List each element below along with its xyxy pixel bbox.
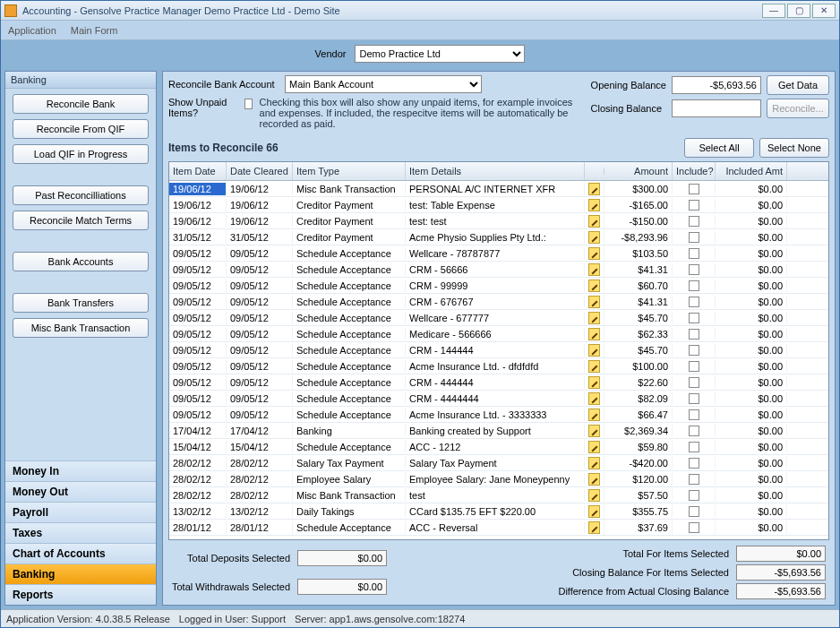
include-checkbox[interactable]	[689, 184, 699, 194]
nav-banking[interactable]: Banking	[5, 563, 156, 584]
close-button[interactable]: ✕	[812, 4, 836, 18]
col-included-amt[interactable]: Included Amt	[716, 162, 787, 180]
table-row[interactable]: 28/01/1228/01/12Schedule AcceptanceACC -…	[169, 520, 828, 536]
include-checkbox[interactable]	[689, 345, 699, 356]
edit-icon[interactable]	[588, 360, 600, 373]
table-row[interactable]: 28/02/1228/02/12Misc Bank Transactiontes…	[169, 487, 828, 503]
reconcile-button[interactable]: Reconcile...	[767, 99, 829, 118]
closing-balance-field[interactable]	[672, 99, 761, 117]
table-row[interactable]: 09/05/1209/05/12Schedule AcceptanceCRM -…	[169, 262, 828, 278]
nav-chart-of-accounts[interactable]: Chart of Accounts	[5, 543, 156, 563]
table-row[interactable]: 28/02/1228/02/12Salary Tax PaymentSalary…	[169, 455, 828, 471]
edit-icon[interactable]	[588, 457, 600, 469]
account-select[interactable]: Main Bank Account	[285, 75, 482, 93]
nav-money-out[interactable]: Money Out	[5, 481, 156, 502]
table-row[interactable]: 09/05/1209/05/12Schedule AcceptanceAcme …	[169, 407, 828, 423]
include-checkbox[interactable]	[689, 474, 699, 485]
include-checkbox[interactable]	[689, 506, 699, 517]
include-checkbox[interactable]	[689, 393, 699, 404]
include-checkbox[interactable]	[689, 458, 699, 469]
reconcile-match-terms-button[interactable]: Reconcile Match Terms	[13, 211, 149, 230]
edit-icon[interactable]	[588, 521, 600, 534]
edit-icon[interactable]	[588, 231, 600, 244]
edit-icon[interactable]	[588, 328, 600, 340]
edit-icon[interactable]	[588, 263, 600, 276]
table-row[interactable]: 31/05/1231/05/12Creditor PaymentAcme Phy…	[169, 229, 828, 245]
edit-icon[interactable]	[588, 505, 600, 518]
table-row[interactable]: 09/05/1209/05/12Schedule AcceptanceAcme …	[169, 358, 828, 374]
opening-balance-field[interactable]	[672, 76, 761, 94]
vendor-select[interactable]: Demo Practice Ltd	[355, 45, 525, 63]
table-row[interactable]: 19/06/1219/06/12Creditor Paymenttest: te…	[169, 213, 828, 229]
edit-icon[interactable]	[588, 376, 600, 389]
include-checkbox[interactable]	[689, 200, 699, 211]
table-row[interactable]: 09/05/1209/05/12Schedule AcceptanceWellc…	[169, 310, 828, 326]
col-item-type[interactable]: Item Type	[293, 162, 406, 180]
include-checkbox[interactable]	[689, 216, 699, 227]
include-checkbox[interactable]	[689, 409, 699, 420]
edit-icon[interactable]	[588, 409, 600, 421]
include-checkbox[interactable]	[689, 426, 699, 436]
col-item-date[interactable]: Item Date	[169, 162, 227, 180]
include-checkbox[interactable]	[689, 280, 699, 291]
table-row[interactable]: 09/05/1209/05/12Schedule AcceptanceWellc…	[169, 245, 828, 262]
col-date-cleared[interactable]: Date Cleared	[227, 162, 293, 180]
edit-icon[interactable]	[588, 425, 600, 437]
include-checkbox[interactable]	[689, 297, 699, 307]
menu-main-form[interactable]: Main Form	[71, 25, 118, 36]
edit-icon[interactable]	[588, 392, 600, 405]
unpaid-checkbox[interactable]	[244, 99, 253, 109]
edit-icon[interactable]	[588, 199, 600, 211]
include-checkbox[interactable]	[689, 329, 699, 340]
nav-reports[interactable]: Reports	[5, 584, 156, 605]
include-checkbox[interactable]	[689, 377, 699, 388]
table-row[interactable]: 09/05/1209/05/12Schedule AcceptanceCRM -…	[169, 342, 828, 358]
reconcile-bank-button[interactable]: Reconcile Bank	[13, 94, 149, 114]
table-row[interactable]: 28/02/1228/02/12Employee SalaryEmployee …	[169, 471, 828, 487]
misc-bank-transaction-button[interactable]: Misc Bank Transaction	[13, 318, 149, 338]
table-row[interactable]: 13/02/1213/02/12Daily TakingsCCard $135.…	[169, 503, 828, 520]
edit-icon[interactable]	[588, 489, 600, 502]
include-checkbox[interactable]	[689, 248, 699, 259]
edit-icon[interactable]	[588, 441, 600, 453]
edit-icon[interactable]	[588, 215, 600, 228]
include-checkbox[interactable]	[689, 442, 699, 452]
col-include[interactable]: Include?	[673, 162, 716, 180]
nav-money-in[interactable]: Money In	[5, 460, 156, 481]
table-row[interactable]: 09/05/1209/05/12Schedule AcceptanceCRM -…	[169, 278, 828, 294]
menu-application[interactable]: Application	[8, 25, 56, 36]
include-checkbox[interactable]	[689, 490, 699, 501]
include-checkbox[interactable]	[689, 264, 699, 275]
table-row[interactable]: 09/05/1209/05/12Schedule AcceptanceCRM -…	[169, 391, 828, 407]
get-data-button[interactable]: Get Data	[767, 75, 829, 95]
table-row[interactable]: 09/05/1209/05/12Schedule AcceptanceCRM -…	[169, 374, 828, 391]
nav-payroll[interactable]: Payroll	[5, 502, 156, 522]
edit-icon[interactable]	[588, 344, 600, 357]
table-row[interactable]: 19/06/1219/06/12Creditor Paymenttest: Ta…	[169, 197, 828, 213]
edit-icon[interactable]	[588, 183, 600, 195]
table-row[interactable]: 19/06/1219/06/12Misc Bank TransactionPER…	[169, 181, 828, 197]
edit-icon[interactable]	[588, 296, 600, 308]
table-row[interactable]: 17/04/1217/04/12BankingBanking created b…	[169, 423, 828, 439]
table-row[interactable]: 15/04/1215/04/12Schedule AcceptanceACC -…	[169, 439, 828, 455]
nav-taxes[interactable]: Taxes	[5, 522, 156, 543]
include-checkbox[interactable]	[689, 522, 699, 533]
load-qif-button[interactable]: Load QIF in Progress	[13, 144, 149, 164]
reconcile-from-qif-button[interactable]: Reconcile From QIF	[13, 119, 149, 139]
bank-transfers-button[interactable]: Bank Transfers	[13, 293, 149, 313]
edit-icon[interactable]	[588, 473, 600, 486]
edit-icon[interactable]	[588, 312, 600, 324]
edit-icon[interactable]	[588, 280, 600, 292]
col-amount[interactable]: Amount	[604, 162, 673, 180]
grid-body[interactable]: 19/06/1219/06/12Misc Bank TransactionPER…	[169, 181, 828, 539]
table-row[interactable]: 09/05/1209/05/12Schedule AcceptanceMedic…	[169, 326, 828, 342]
col-item-details[interactable]: Item Details	[406, 162, 585, 180]
table-row[interactable]: 09/05/1209/05/12Schedule AcceptanceCRM -…	[169, 294, 828, 310]
include-checkbox[interactable]	[689, 361, 699, 372]
edit-icon[interactable]	[588, 247, 600, 260]
select-none-button[interactable]: Select None	[759, 138, 829, 158]
bank-accounts-button[interactable]: Bank Accounts	[13, 252, 149, 271]
minimize-button[interactable]: —	[762, 4, 785, 18]
include-checkbox[interactable]	[689, 232, 699, 243]
past-reconciliations-button[interactable]: Past Reconcilliations	[13, 185, 149, 205]
